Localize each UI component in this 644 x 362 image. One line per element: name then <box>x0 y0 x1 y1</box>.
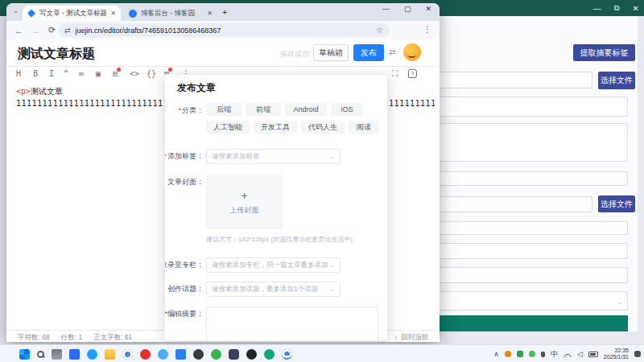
task-view-icon[interactable] <box>52 349 62 360</box>
link-icon[interactable]: ∞ <box>79 69 84 78</box>
app-icon-penguin[interactable] <box>158 349 168 360</box>
italic-icon[interactable]: I <box>49 69 54 78</box>
tray-green-app-icon[interactable] <box>517 351 523 357</box>
new-badge <box>168 68 172 72</box>
editor-header: 测试文章标题 保存成功 草稿箱 发布 ⇄ <box>6 39 440 67</box>
bold-icon[interactable]: B <box>33 69 38 78</box>
site-settings-icon[interactable]: ⇄ <box>64 27 71 35</box>
drafts-button[interactable]: 草稿箱 <box>313 44 349 61</box>
back-to-top-icon[interactable]: ↑ <box>394 334 398 342</box>
window-maximize-button[interactable]: ▢ <box>404 5 411 13</box>
reload-icon[interactable]: ⟳ <box>48 25 56 35</box>
category-chip[interactable]: iOS <box>331 103 363 116</box>
back-to-top-label[interactable]: 回到顶部 <box>401 333 428 342</box>
window-minimize-button[interactable]: — <box>382 5 390 13</box>
tab-search-chevron-icon[interactable]: ⌄ <box>13 6 19 14</box>
forward-icon: → <box>31 26 40 35</box>
chrome-active-icon[interactable] <box>282 349 292 360</box>
tab-close-icon[interactable]: ✕ <box>207 10 213 17</box>
back-minimize-button[interactable]: — <box>592 4 601 13</box>
microphone-icon[interactable] <box>541 352 545 357</box>
start-button[interactable] <box>19 349 30 360</box>
app-icon-briefcase[interactable] <box>69 349 80 360</box>
ime-indicator[interactable]: 中 <box>551 349 558 360</box>
category-chip[interactable]: Android <box>285 103 327 116</box>
quote-icon[interactable]: “ <box>64 69 68 78</box>
fullscreen-icon[interactable]: ⛶ <box>392 69 398 79</box>
topic-select[interactable]: 请搜索添加话题，最多添加1个话题 ⌄ <box>206 282 341 297</box>
source-text: 测试文章 <box>31 87 63 96</box>
clock[interactable]: 22:35 2025/1/31 <box>604 348 629 360</box>
app-icon-green[interactable] <box>211 349 221 360</box>
heading-icon[interactable]: H <box>16 69 21 78</box>
form-field[interactable] <box>425 267 628 283</box>
battery-icon[interactable] <box>588 352 598 357</box>
app-icon-teal[interactable] <box>264 349 275 360</box>
app-icon-black-red[interactable] <box>246 349 257 360</box>
char-count: 字符数: 68 <box>18 333 50 342</box>
search-icon[interactable] <box>37 351 44 358</box>
volume-icon[interactable]: ◁ <box>577 350 583 358</box>
wifi-icon[interactable] <box>564 352 572 357</box>
avatar[interactable] <box>403 43 421 61</box>
category-chip[interactable]: 代码人生 <box>301 121 345 134</box>
form-field[interactable] <box>425 97 628 117</box>
address-bar[interactable]: ⇄ juejin.cn/editor/drafts/74659101305864… <box>58 23 390 37</box>
summary-textarea[interactable] <box>206 306 378 341</box>
form-select[interactable] <box>425 291 628 311</box>
new-tab-button[interactable]: + <box>222 7 227 17</box>
submit-bar-button[interactable] <box>420 315 628 331</box>
inline-code-icon[interactable]: <> <box>130 69 139 78</box>
url-text[interactable]: juejin.cn/editor/drafts/7465910130586468… <box>76 27 221 35</box>
category-chip[interactable]: 阅读 <box>349 121 379 134</box>
topic-label: 创作话题： <box>164 284 204 294</box>
choose-file-button[interactable]: 选择文件 <box>598 72 635 89</box>
code-block-icon[interactable]: {} <box>147 69 156 78</box>
back-icon[interactable]: ← <box>14 26 23 35</box>
column-select[interactable]: 请搜索添加专栏，同一篇文章最多添加三个专栏 ⌄ <box>206 257 341 273</box>
choose-file-button-2[interactable]: 选择文件 <box>598 195 635 212</box>
chrome-icon[interactable] <box>122 349 133 360</box>
app-icon-check[interactable] <box>87 349 97 360</box>
tray-key-icon[interactable] <box>505 351 511 357</box>
tray-wechat-icon[interactable] <box>529 351 535 357</box>
category-chip[interactable]: 人工智能 <box>206 121 250 134</box>
category-chip[interactable]: 开发工具 <box>254 121 297 134</box>
chevron-down-icon: ⌄ <box>329 261 335 269</box>
form-field[interactable] <box>425 221 628 235</box>
vscode-icon[interactable] <box>175 349 186 360</box>
tab-strip: ⌄ 写文章 - 测试文章标题 - 掘金 ✕ 博客后台 - 博客园 ✕ + — ▢… <box>6 3 440 21</box>
cover-upload-box[interactable]: + 上传封面 <box>206 175 283 228</box>
tab-blog-admin[interactable]: 博客后台 - 博客园 ✕ <box>124 6 217 21</box>
file-explorer-icon[interactable] <box>105 349 115 360</box>
tag-select[interactable]: 请搜索添加标签 ⌄ <box>206 149 341 164</box>
extract-summary-tags-button[interactable]: 提取摘要标签 <box>573 44 635 61</box>
tab-title: 博客后台 - 博客园 <box>141 9 203 19</box>
window-close-button[interactable]: ✕ <box>425 5 431 13</box>
category-chip[interactable]: 前端 <box>246 103 281 116</box>
article-title-input[interactable]: 测试文章标题 <box>18 46 95 63</box>
github-desktop-icon[interactable] <box>229 349 239 360</box>
file-input[interactable] <box>425 72 592 88</box>
tab-article-editor[interactable]: 写文章 - 测试文章标题 - 掘金 ✕ <box>23 6 121 21</box>
back-close-button[interactable]: ✕ <box>633 4 639 13</box>
category-chip[interactable]: 后端 <box>206 103 242 116</box>
browser-menu-icon[interactable]: ⋮ <box>423 25 431 34</box>
tray-chevron-icon[interactable]: ∧ <box>493 350 499 358</box>
form-field[interactable] <box>425 171 628 186</box>
sync-icon[interactable]: ⇄ <box>389 47 395 56</box>
tab-close-icon[interactable]: ✕ <box>110 10 116 17</box>
back-maximize-button[interactable]: ⧉ <box>613 3 619 13</box>
notification-bell-icon[interactable] <box>634 351 641 357</box>
form-field[interactable] <box>425 243 628 259</box>
form-field[interactable] <box>425 123 628 162</box>
app-icon-dark-circle[interactable] <box>193 349 204 360</box>
tray-date: 2025/1/31 <box>604 354 629 360</box>
file-input-2[interactable] <box>425 196 592 212</box>
publish-button[interactable]: 发布 <box>353 44 384 61</box>
app-icon-red[interactable] <box>140 349 151 360</box>
image-icon[interactable]: ▣ <box>96 69 101 78</box>
bookmark-star-icon[interactable]: ☆ <box>376 26 383 35</box>
help-icon[interactable]: ? <box>408 69 417 78</box>
table-icon[interactable]: ⊞ <box>113 69 118 78</box>
